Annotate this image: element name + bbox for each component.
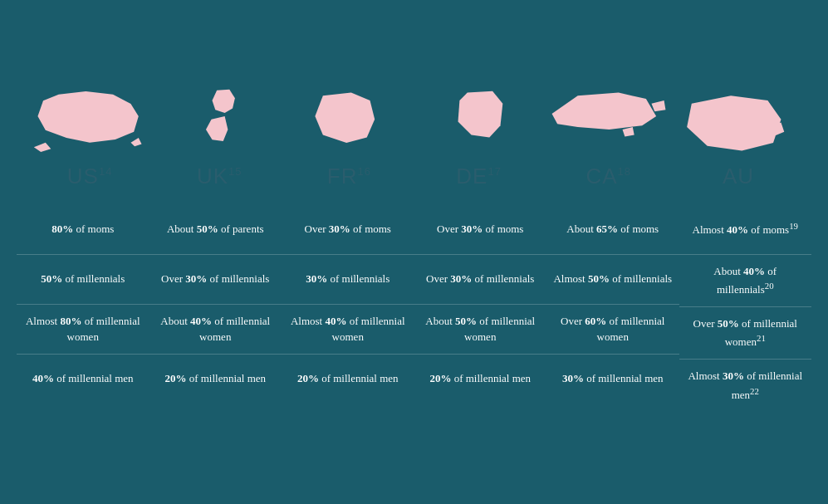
- stat-us-moms: 80% of moms: [17, 204, 149, 254]
- country-col-ca: CA18: [544, 85, 674, 196]
- country-col-fr: FR16: [284, 85, 414, 196]
- stat-au-millennial-women: Over 50% of millennial women21: [679, 306, 812, 359]
- stat-au-millennial-men: Almost 30% of millennial men22: [679, 359, 812, 411]
- stat-col-au: Almost 40% of moms19 About 40% of millen…: [679, 204, 812, 412]
- stat-uk-millennial-women: About 40% of millennial women: [149, 304, 282, 354]
- stat-uk-millennial-men: 20% of millennial men: [149, 354, 282, 404]
- stat-fr-moms: Over 30% of moms: [282, 204, 414, 254]
- map-icon-us: [32, 85, 148, 159]
- stat-ca-moms: About 65% of moms: [546, 204, 679, 254]
- stat-ca-millennials: Almost 50% of millennials: [546, 254, 679, 304]
- country-label-fr: FR16: [327, 164, 371, 189]
- stat-us-millennial-men: 40% of millennial men: [17, 354, 149, 404]
- stat-col-ca: About 65% of moms Almost 50% of millenni…: [546, 204, 679, 412]
- country-col-au: AU: [674, 85, 803, 196]
- country-label-us: US14: [67, 164, 113, 189]
- country-label-au: AU: [723, 164, 754, 189]
- stat-de-millennials: Over 30% of millennials: [414, 254, 547, 304]
- country-col-us: US14: [25, 85, 154, 196]
- map-icon-ca: [546, 85, 671, 159]
- stat-us-millennial-women: Almost 80% of millennial women: [17, 304, 149, 354]
- stat-ca-millennial-women: Over 60% of millennial women: [546, 304, 679, 354]
- main-container: US14 UK15 FR16: [0, 68, 828, 437]
- stat-uk-millennials: Over 30% of millennials: [149, 254, 282, 304]
- stat-col-de: Over 30% of moms Over 30% of millennials…: [414, 204, 547, 412]
- map-icon-uk: [182, 85, 257, 159]
- stat-col-us: 80% of moms 50% of millennials Almost 80…: [17, 204, 149, 412]
- stat-fr-millennial-men: 20% of millennial men: [282, 354, 414, 404]
- stat-ca-millennial-men: 30% of millennial men: [546, 354, 679, 404]
- country-label-ca: CA18: [585, 164, 631, 189]
- stat-us-millennials: 50% of millennials: [17, 254, 149, 304]
- stat-fr-millennials: 30% of millennials: [282, 254, 414, 304]
- country-col-uk: UK15: [154, 85, 284, 196]
- stat-de-moms: Over 30% of moms: [414, 204, 547, 254]
- map-icon-au: [676, 85, 801, 159]
- stat-de-millennial-women: About 50% of millennial women: [414, 304, 547, 354]
- map-icon-de: [442, 85, 517, 159]
- stat-au-millennials: About 40% of millennials20: [679, 254, 812, 306]
- maps-row: US14 UK15 FR16: [8, 85, 820, 196]
- stat-col-fr: Over 30% of moms 30% of millennials Almo…: [282, 204, 414, 412]
- stats-grid: 80% of moms 50% of millennials Almost 80…: [8, 204, 820, 412]
- map-icon-fr: [303, 85, 394, 159]
- country-label-de: DE17: [456, 164, 502, 189]
- stat-au-moms: Almost 40% of moms19: [679, 204, 812, 254]
- country-col-de: DE17: [414, 85, 544, 196]
- stat-col-uk: About 50% of parents Over 30% of millenn…: [149, 204, 282, 412]
- stat-fr-millennial-women: Almost 40% of millennial women: [282, 304, 414, 354]
- country-label-uk: UK15: [197, 164, 243, 189]
- stat-de-millennial-men: 20% of millennial men: [414, 354, 547, 404]
- stat-uk-moms: About 50% of parents: [149, 204, 282, 254]
